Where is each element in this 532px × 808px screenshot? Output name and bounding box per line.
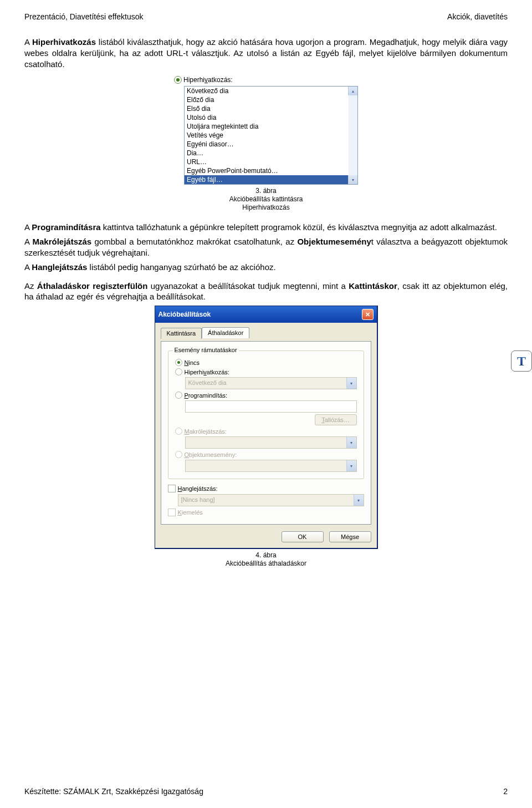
chevron-down-icon: ▾ <box>346 460 356 471</box>
tab-panel: Esemény rámutatáskor Nincs Hiperhivatkoz… <box>161 341 371 525</box>
combo-hyperlink[interactable]: Következő dia ▾ <box>185 377 357 389</box>
header-left: Prezentáció, Diavetítési effektusok <box>24 12 144 21</box>
checkbox-sound-play[interactable]: Hanglejátszás: <box>168 485 364 492</box>
list-item[interactable]: Következő dia <box>185 87 349 95</box>
dialog-window: Akcióbeállítások ✕ Kattintásra Áthaladás… <box>155 306 378 549</box>
hyperlink-radio-label: Hiperhivatkozás: <box>183 76 233 84</box>
scroll-down-icon[interactable]: ▾ <box>348 175 357 184</box>
hyperlink-listbox[interactable]: ▴ ▾ Következő dia Előző dia Első dia Uto… <box>184 86 358 185</box>
option-none[interactable]: Nincs <box>175 359 357 366</box>
browse-button[interactable]: Tallózás… <box>315 414 357 425</box>
screenshot-hyperlink-list: Hiperhivatkozás: ▴ ▾ Következő dia Előző… <box>24 76 508 185</box>
list-item[interactable]: URL… <box>185 157 349 166</box>
hyperlink-radio-row[interactable]: Hiperhivatkozás: <box>174 76 358 84</box>
option-program-run[interactable]: Programindítás: <box>175 392 357 399</box>
chevron-down-icon: ▾ <box>346 378 356 389</box>
list-item[interactable]: Vetítés vége <box>185 131 349 140</box>
combo-sound[interactable]: [Nincs hang] ▾ <box>178 494 364 506</box>
close-icon[interactable]: ✕ <box>362 309 374 320</box>
caption-figure-4: 4. ábra Akcióbeállítás áthaladáskor <box>24 551 508 568</box>
paragraph-1: A Hiperhivatkozás listából kiválaszthatj… <box>24 37 508 69</box>
list-item-selected[interactable]: Egyéb fájl… <box>185 175 349 184</box>
input-program-path[interactable] <box>185 400 357 413</box>
radio-icon <box>175 368 182 375</box>
option-hyperlink[interactable]: Hiperhivatkozás: <box>175 368 357 375</box>
list-item[interactable]: Előző dia <box>185 95 349 104</box>
group-event-on-mouseover: Esemény rámutatáskor Nincs Hiperhivatkoz… <box>168 350 364 479</box>
footer-left: Készítette: SZÁMALK Zrt, Szakképzési Iga… <box>24 787 203 796</box>
dialog-title: Akcióbeállítások <box>158 311 211 318</box>
header-right: Akciók, diavetítés <box>447 12 508 21</box>
radio-icon <box>175 392 182 399</box>
list-item[interactable]: Utoljára megtekintett dia <box>185 122 349 131</box>
page-footer: Készítette: SZÁMALK Zrt, Szakképzési Iga… <box>24 787 508 796</box>
radio-disabled-icon <box>175 428 182 435</box>
checkbox-disabled-icon <box>168 509 176 516</box>
scroll-up-icon[interactable]: ▴ <box>348 87 357 95</box>
footer-page-number: 2 <box>503 787 508 796</box>
paragraph-5: Az Áthaladáskor regiszterfülön ugyanazok… <box>24 281 508 303</box>
list-item[interactable]: Dia… <box>185 149 349 157</box>
checkbox-icon <box>168 485 176 492</box>
chevron-down-icon: ▾ <box>346 437 356 448</box>
page-header: Prezentáció, Diavetítési effektusok Akci… <box>24 12 508 21</box>
radio-selected-icon <box>174 76 182 84</box>
tab-kattintasra[interactable]: Kattintásra <box>161 328 202 339</box>
caption-figure-3: 3. ábra Akcióbeállítás kattintásra Hiper… <box>24 187 508 212</box>
dialog-titlebar: Akcióbeállítások ✕ <box>155 306 377 323</box>
scrollbar-track[interactable] <box>349 95 357 175</box>
radio-selected-icon <box>175 359 182 366</box>
dialog-tabs: Kattintásra Áthaladáskor <box>161 327 371 338</box>
ok-button[interactable]: OK <box>282 531 324 542</box>
list-item[interactable]: Egyéni diasor… <box>185 140 349 149</box>
list-item[interactable]: Utolsó dia <box>185 113 349 122</box>
option-macro-play: Makrólejátszás: <box>175 428 357 435</box>
list-item[interactable]: Első dia <box>185 104 349 113</box>
badge-logo: T <box>511 350 532 372</box>
cancel-button[interactable]: Mégse <box>329 531 371 542</box>
radio-disabled-icon <box>175 451 182 458</box>
combo-macro: ▾ <box>185 436 357 449</box>
paragraph-2: A Programindításra kattintva tallózhatun… <box>24 222 508 233</box>
checkbox-highlight: Kiemelés <box>168 509 364 516</box>
paragraph-3: A Makrólejátszás gombbal a bemutatónkhoz… <box>24 236 508 258</box>
chevron-down-icon: ▾ <box>354 495 364 506</box>
option-object-event: Objektumesemény: <box>175 451 357 458</box>
combo-object-event: ▾ <box>185 460 357 472</box>
group-label: Esemény rámutatáskor <box>173 347 239 353</box>
list-item[interactable]: Egyéb PowerPoint-bemutató… <box>185 166 349 175</box>
tab-athaladaskor[interactable]: Áthaladáskor <box>202 327 249 338</box>
paragraph-4: A Hanglejátszás listából pedig hanganyag… <box>24 262 508 273</box>
screenshot-action-settings-dialog: Akcióbeállítások ✕ Kattintásra Áthaladás… <box>24 306 508 549</box>
